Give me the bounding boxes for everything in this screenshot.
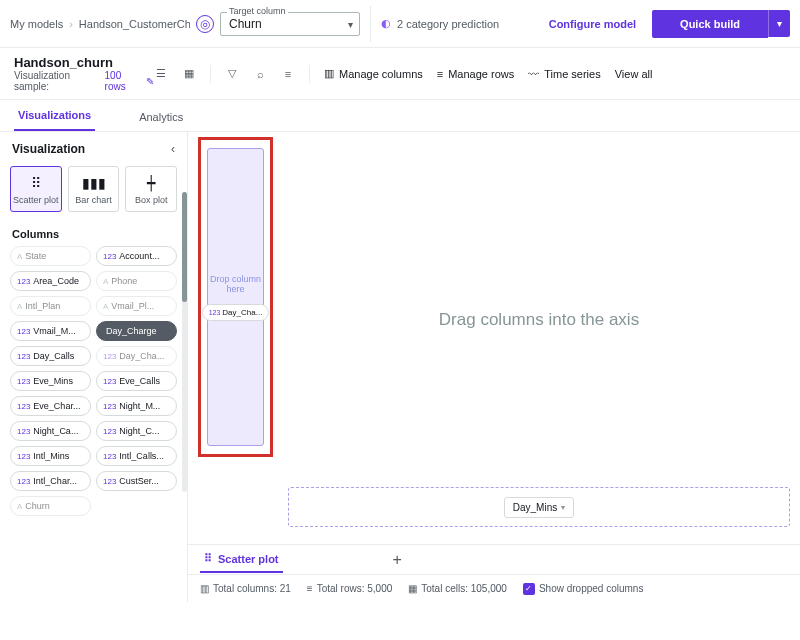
text-type-icon: A [17,302,22,311]
edit-icon[interactable]: ✎ [146,76,154,87]
status-total-cells: ▦Total cells: 105,000 [408,583,507,594]
add-tab-button[interactable]: + [393,551,402,569]
tab-visualizations[interactable]: Visualizations [14,101,95,131]
view-all-button[interactable]: View all [615,68,653,80]
dataset-name: Handson_churn [14,55,154,70]
show-dropped-checkbox[interactable]: ✓Show dropped columns [523,583,644,595]
column-name: Eve_Mins [33,376,73,386]
target-column-select[interactable]: Target column Churn ▾ [220,12,360,36]
column-name: Day_Calls [33,351,74,361]
columns-icon: ▥ [200,583,209,594]
plot-placeholder-message: Drag columns into the axis [439,310,639,330]
manage-rows-button[interactable]: ≡Manage rows [437,68,514,80]
collapse-panel-icon[interactable]: ‹ [171,142,175,156]
text-type-icon: A [103,277,108,286]
tab-analytics[interactable]: Analytics [135,103,187,131]
numeric-type-icon: 123 [103,402,116,411]
breadcrumb-root[interactable]: My models [10,18,63,30]
y-axis-dropzone-highlight: Drop column here 123Day_Cha... [198,137,273,457]
scrollbar-thumb[interactable] [182,192,187,302]
viz-type-bar[interactable]: ▮▮▮Bar chart [68,166,120,212]
column-pill[interactable]: 123Intl_Calls... [96,446,177,466]
x-axis-dropzone[interactable]: Day_Mins▾ [288,487,790,527]
quick-build-dropdown[interactable]: ▾ [768,10,790,37]
filter-icon[interactable]: ▽ [225,67,239,81]
columns-icon: ▥ [324,67,334,80]
column-pill[interactable]: 123Eve_Char... [10,396,91,416]
column-pill[interactable]: 123Area_Code [10,271,91,291]
prediction-label: 2 category prediction [397,18,499,30]
column-name: Phone [111,276,137,286]
numeric-type-icon: 123 [17,452,30,461]
manage-columns-button[interactable]: ▥Manage columns [324,67,423,80]
y-axis-dropzone[interactable]: Drop column here 123Day_Cha... [207,148,264,446]
rows-icon: ≡ [437,68,443,80]
time-series-button[interactable]: 〰Time series [528,68,600,80]
numeric-type-icon: 123 [17,377,30,386]
search-icon[interactable]: ⌕ [253,67,267,81]
divider [309,65,310,83]
column-name: Account... [119,251,159,261]
viz-label: Box plot [128,195,174,205]
chevron-right-icon: › [69,18,73,30]
chevron-down-icon: ▾ [561,503,565,512]
column-pill[interactable]: 123Night_C... [96,421,177,441]
sort-icon[interactable]: ≡ [281,67,295,81]
list-view-icon[interactable]: ☰ [154,67,168,81]
column-name: Eve_Char... [33,401,80,411]
timeseries-icon: 〰 [528,68,539,80]
numeric-type-icon: 123 [17,352,30,361]
column-name: Night_M... [119,401,160,411]
column-pill[interactable]: AVmail_Pl... [96,296,177,316]
column-name: Intl_Calls... [119,451,164,461]
column-name: Eve_Calls [119,376,160,386]
viz-type-scatter[interactable]: ⠿Scatter plot [10,166,62,212]
scatter-icon: ⠿ [13,173,59,193]
quick-build-button[interactable]: Quick build [652,10,768,38]
column-pill[interactable]: 123Day_Calls [10,346,91,366]
column-pill[interactable]: 123Vmail_M... [10,321,91,341]
column-pill[interactable]: 123Account... [96,246,177,266]
column-pill[interactable]: AIntl_Plan [10,296,91,316]
column-pill[interactable]: 123Eve_Mins [10,371,91,391]
column-pill[interactable]: 123Night_M... [96,396,177,416]
bottom-tab-scatter[interactable]: ⠿Scatter plot [200,546,283,573]
column-name: Vmail_M... [33,326,76,336]
manage-rows-label: Manage rows [448,68,514,80]
column-name: Area_Code [33,276,79,286]
configure-model-link[interactable]: Configure model [549,18,636,30]
sample-value[interactable]: 100 rows [105,70,142,92]
column-name: Intl_Mins [33,451,69,461]
numeric-type-icon: 123 [103,377,116,386]
grid-view-icon[interactable]: ▦ [182,67,196,81]
column-pill[interactable]: 123Intl_Mins [10,446,91,466]
manage-columns-label: Manage columns [339,68,423,80]
chip-label: Day_Mins [513,502,557,513]
breadcrumb-model[interactable]: Handson_CustomerChurn_Model [79,18,190,30]
y-axis-chip[interactable]: 123Day_Cha... [202,304,270,321]
numeric-type-icon: 123 [17,477,30,486]
x-axis-chip[interactable]: Day_Mins▾ [504,497,574,518]
divider [370,6,371,42]
column-name: State [25,251,46,261]
column-pill[interactable]: AState [10,246,91,266]
column-pill[interactable]: 123Intl_Char... [10,471,91,491]
sidebar-scrollbar[interactable] [182,192,187,492]
viz-type-box[interactable]: ┿Box plot [125,166,177,212]
column-pill[interactable]: AChurn [10,496,91,516]
column-pill[interactable]: APhone [96,271,177,291]
column-pill[interactable]: 123Day_Cha... [96,346,177,366]
target-icon: ◎ [196,15,214,33]
chip-label: Day_Cha... [222,308,262,317]
numeric-type-icon: 123 [103,252,116,261]
numeric-type-icon: 123 [17,277,30,286]
target-column-value: Churn [229,17,262,31]
box-icon: ┿ [128,173,174,193]
column-pill[interactable]: 123CustSer... [96,471,177,491]
divider [210,65,211,83]
column-pill[interactable]: 123Night_Ca... [10,421,91,441]
column-name: Day_Cha... [119,351,164,361]
column-pill[interactable]: 123Eve_Calls [96,371,177,391]
column-pill[interactable]: Day_Charge [96,321,177,341]
column-name: Day_Charge [106,326,157,336]
